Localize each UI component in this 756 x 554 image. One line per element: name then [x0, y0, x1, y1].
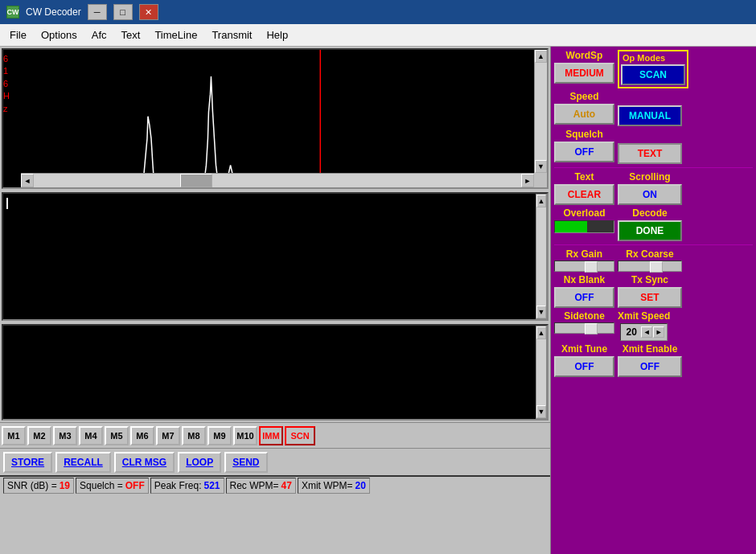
rec-wpm-value: 47 [281, 480, 292, 491]
rp-row-5: Overload Decode DONE [554, 207, 753, 241]
store-button[interactable]: STORE [3, 452, 52, 473]
spectrum-scroll-left[interactable]: ◄ [21, 174, 34, 187]
rx-gain-thumb[interactable] [585, 261, 598, 273]
memory-button-imm[interactable]: IMM [259, 426, 283, 445]
memory-button-m5[interactable]: M5 [105, 426, 129, 445]
spectrum-scroll-right[interactable]: ► [521, 174, 534, 187]
spectrum-canvas[interactable] [21, 50, 547, 187]
spectrum-scroll-track-v [535, 63, 547, 160]
clr-msg-button[interactable]: CLR MSG [114, 452, 175, 473]
decode-label: Decode [632, 207, 667, 219]
menubar: File Options Afc Text TimeLine Transmit … [0, 24, 756, 47]
minimize-button[interactable]: ─ [88, 4, 107, 20]
menu-transmit[interactable]: Transmit [205, 27, 258, 43]
memory-button-m4[interactable]: M4 [79, 426, 103, 445]
spectrum-hscrollbar[interactable]: ◄ ► [21, 173, 534, 187]
memory-button-m1[interactable]: M1 [2, 426, 26, 445]
xmit-enable-button[interactable]: OFF [618, 356, 682, 377]
squelch-group: Squelch OFF [554, 129, 614, 162]
spectrum-scroll-down[interactable]: ▼ [535, 160, 547, 173]
send-button[interactable]: SEND [224, 452, 267, 473]
maximize-button[interactable]: □ [113, 4, 133, 20]
rp-row-8: Sidetone Xmit Speed 20 ◄ ► [554, 310, 753, 341]
spectrum-scroll-corner [534, 173, 547, 187]
menu-help[interactable]: Help [260, 27, 294, 43]
spectrum-scroll-up[interactable]: ▲ [535, 50, 547, 63]
menu-text[interactable]: Text [115, 27, 147, 43]
rx-gain-slider[interactable] [554, 261, 614, 272]
divider-2 [554, 244, 753, 245]
menu-options[interactable]: Options [35, 27, 84, 43]
manual-button[interactable]: MANUAL [618, 105, 682, 126]
overload-group: Overload [554, 207, 614, 233]
nx-blank-group: Nx Blank OFF [554, 274, 614, 308]
spectrum-scroll-thumb[interactable] [180, 174, 212, 187]
input-scroll-down[interactable]: ▼ [536, 405, 546, 418]
spectrum-vscrollbar[interactable]: ▲ ▼ [534, 50, 547, 173]
xmit-enable-group: Xmit Enable OFF [618, 343, 682, 377]
memory-button-m3[interactable]: M3 [53, 426, 77, 445]
memory-button-m7[interactable]: M7 [156, 426, 180, 445]
menu-timeline[interactable]: TimeLine [148, 27, 203, 43]
scrolling-label: Scrolling [629, 171, 670, 183]
text-scroll-down[interactable]: ▼ [536, 306, 546, 318]
nx-blank-label: Nx Blank [564, 274, 605, 285]
sidetone-slider[interactable] [554, 322, 614, 334]
memory-button-m6[interactable]: M6 [130, 426, 154, 445]
xmit-speed-up[interactable]: ► [653, 326, 664, 338]
scan-button[interactable]: SCAN [621, 64, 685, 85]
decode-button[interactable]: DONE [618, 220, 682, 241]
close-button[interactable]: ✕ [139, 4, 158, 20]
tx-sync-button[interactable]: SET [618, 287, 682, 308]
memory-button-m10[interactable]: M10 [233, 426, 257, 445]
memory-button-scn[interactable]: SCN [285, 426, 315, 445]
snr-value: 19 [60, 480, 70, 491]
op-modes-label: Op Modes [622, 53, 665, 63]
squelch-button[interactable]: OFF [554, 142, 614, 162]
input-scroll-up[interactable]: ▲ [536, 326, 546, 339]
text-vscrollbar[interactable]: ▲ ▼ [536, 194, 547, 319]
text-display-area[interactable]: ▲ ▼ [2, 192, 549, 321]
xmit-tune-button[interactable]: OFF [554, 356, 614, 377]
squelch-segment: Squelch = OFF [76, 478, 149, 494]
menu-file[interactable]: File [3, 27, 33, 43]
menu-afc[interactable]: Afc [85, 27, 113, 43]
xmit-tune-label: Xmit Tune [561, 343, 607, 355]
rp-row-1: WordSp MEDIUM Op Modes SCAN [554, 50, 753, 88]
word-speed-group: WordSp MEDIUM [554, 50, 614, 84]
overload-bar [554, 220, 614, 233]
xmit-enable-label: Xmit Enable [622, 343, 678, 355]
xmit-speed-arrows: ◄ ► [641, 326, 664, 338]
action-buttons-row: STORE RECALL CLR MSG LOOP SEND [0, 448, 550, 475]
speed-group: Speed Auto [554, 91, 614, 125]
memory-button-m8[interactable]: M8 [182, 426, 206, 445]
rx-gain-group: Rx Gain [554, 248, 614, 272]
xmit-speed-value: 20 [623, 326, 639, 338]
transmit-input-area[interactable]: ▲ ▼ [2, 324, 549, 421]
snr-segment: SNR (dB) = 19 [3, 478, 74, 494]
rx-coarse-slider[interactable] [618, 261, 682, 272]
text-cursor [6, 198, 8, 209]
text-mode-button[interactable]: TEXT [618, 143, 682, 164]
text-scroll-up[interactable]: ▲ [536, 195, 546, 207]
sidetone-thumb[interactable] [585, 323, 598, 334]
word-speed-button[interactable]: MEDIUM [554, 63, 614, 84]
word-speed-label: WordSp [566, 50, 603, 61]
memory-button-m9[interactable]: M9 [207, 426, 232, 445]
clear-button[interactable]: CLEAR [554, 184, 614, 205]
xmit-speed-label: Xmit Speed [618, 310, 670, 322]
rp-row-4: Text CLEAR Scrolling ON [554, 171, 753, 205]
memory-button-m2[interactable]: M2 [27, 426, 51, 445]
rp-row-3: Squelch OFF TEXT [554, 129, 753, 164]
recall-button[interactable]: RECALL [55, 452, 111, 473]
scrolling-button[interactable]: ON [618, 184, 682, 205]
loop-button[interactable]: LOOP [178, 452, 221, 473]
input-vscrollbar[interactable]: ▲ ▼ [536, 326, 547, 419]
nx-blank-button[interactable]: OFF [554, 287, 614, 308]
rx-coarse-thumb[interactable] [650, 261, 663, 273]
squelch-label-rp: Squelch [565, 129, 603, 140]
xmit-speed-down[interactable]: ◄ [641, 326, 652, 338]
memory-buttons-row: M1 M2 M3 M4 M5 M6 M7 M8 M9 M10 IMM SCN [0, 422, 550, 448]
speed-label: Speed [569, 91, 598, 102]
speed-button[interactable]: Auto [554, 104, 614, 125]
